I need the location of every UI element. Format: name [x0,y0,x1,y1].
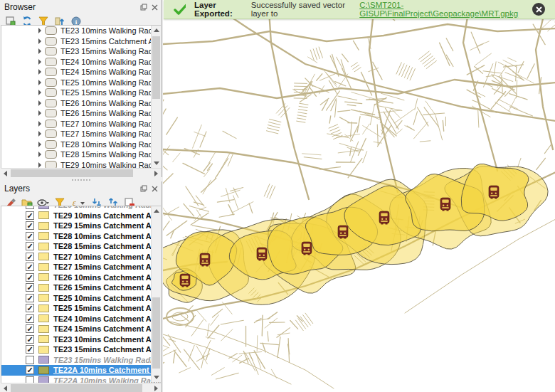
layer-color-swatch [38,211,49,219]
layer-item[interactable]: TE23 15mins Walking Radius [1,355,160,366]
layer-checkbox[interactable]: ✓ [26,304,34,312]
layer-checkbox[interactable]: ✓ [26,242,34,250]
scroll-up-icon[interactable] [152,26,161,35]
layer-color-swatch [38,346,49,354]
browser-item[interactable]: TE28 15mins Walking Radius [1,149,160,160]
browser-item[interactable]: TE24 10mins Walking Radius [1,57,160,68]
scroll-left-icon[interactable] [1,383,10,392]
layers-panel-title: Layers [4,184,137,194]
expand-arrow-icon[interactable] [38,110,41,116]
geopackage-icon [45,47,57,55]
geopackage-icon [45,99,57,107]
layer-checkbox[interactable]: ✓ [26,314,34,323]
browser-item[interactable]: TE26 10mins Walking Radius [1,98,160,109]
browser-item[interactable]: TE23 15mins Walking Radius [1,46,160,57]
geopackage-icon [45,129,57,138]
close-panel-icon[interactable] [150,184,159,193]
expand-arrow-icon[interactable] [38,59,41,65]
basemap [163,0,555,392]
browser-item[interactable]: TE23 15mins Catchment Area [1,36,160,47]
layer-item[interactable]: ✓ TE26 10mins Catchment Area [1,272,160,283]
browser-vscrollbar[interactable] [151,26,161,168]
layers-vscroll-thumb[interactable] [152,297,160,369]
scroll-down-icon[interactable] [152,159,161,168]
geopackage-icon [45,120,57,128]
layer-checkbox[interactable]: ✓ [26,283,34,292]
browser-hscrollbar[interactable] [1,168,161,178]
layer-item[interactable]: ✓ TE25 15mins Catchment Area [1,303,160,314]
layer-item[interactable]: ✓ TE22A 10mins Catchment Area [1,365,160,376]
undock-icon[interactable] [139,184,148,193]
layers-vscrollbar[interactable] [151,206,161,382]
layer-checkbox[interactable]: ✓ [26,294,34,302]
expand-arrow-icon[interactable] [38,28,41,33]
layer-checkbox[interactable] [26,356,34,364]
expand-arrow-icon[interactable] [38,100,41,106]
browser-item[interactable]: TE25 10mins Walking Radius [1,78,160,88]
browser-item[interactable]: TE24 15mins Walking Radius [1,67,160,78]
layers-hscroll-thumb[interactable] [11,384,142,392]
exported-file-link[interactable]: C:\SMT201-GISUP\FinalProject\Geopackage\… [359,1,532,18]
expand-arrow-icon[interactable] [38,121,41,127]
browser-item[interactable]: TE26 15mins Walking Radius [1,108,160,119]
browser-hscroll-thumb[interactable] [11,169,133,177]
layer-item[interactable]: ✓ TE25 10mins Catchment Area [1,293,160,304]
layer-item[interactable]: ✓ TE29 15mins Catchment Area [1,221,160,231]
undock-icon[interactable] [139,3,148,11]
layer-item[interactable]: ✓ TE28 10mins Catchment Area [1,231,160,242]
close-panel-icon[interactable] [150,3,159,11]
layer-checkbox[interactable]: ✓ [26,232,34,240]
layer-item[interactable]: ✓ TE27 15mins Catchment Area [1,262,160,272]
layer-item[interactable]: ✓ TE26 15mins Catchment Area [1,282,160,293]
notification-message: Successfully saved vector layer to [251,1,356,18]
browser-vscroll-thumb[interactable] [152,36,160,99]
map-canvas[interactable]: Layer Exported: Successfully saved vecto… [163,0,555,392]
layer-item[interactable]: ✓ TE29 10mins Catchment Area [1,211,160,221]
qgis-window: Browser i TE23 10mins Walking Radius TE2… [0,0,555,392]
layer-checkbox[interactable]: ✓ [26,366,34,374]
success-check-icon [174,4,186,15]
browser-panel: Browser i TE23 10mins Walking Radius TE2… [0,0,162,177]
left-dock: Browser i TE23 10mins Walking Radius TE2… [0,0,162,392]
layer-checkbox[interactable]: ✓ [26,221,34,230]
expand-arrow-icon[interactable] [38,80,41,85]
scroll-down-icon[interactable] [152,373,161,382]
expand-arrow-icon[interactable] [38,38,41,44]
layers-list: TE29 15mins Walking Radius ✓ TE29 10mins… [1,206,161,384]
browser-item[interactable]: TE27 15mins Walking Radius [1,129,160,139]
expand-arrow-icon[interactable] [38,131,41,137]
expand-arrow-icon[interactable] [38,69,41,75]
expand-arrow-icon[interactable] [38,48,41,54]
browser-item[interactable]: TE25 15mins Walking Radius [1,88,160,98]
layer-item[interactable]: ✓ TE27 10mins Catchment Area [1,252,160,263]
mrt-station-icon [338,226,348,239]
scroll-right-icon[interactable] [152,383,161,392]
browser-item[interactable]: TE23 10mins Walking Radius [1,26,160,36]
layer-checkbox[interactable]: ✓ [26,273,34,282]
layer-item[interactable]: ✓ TE23 10mins Catchment Area [1,334,160,345]
mrt-station-icon [489,186,499,199]
layer-checkbox[interactable]: ✓ [26,335,34,344]
layers-panel: Layers ε TE29 15mins Walking Radius ✓ [0,181,162,392]
close-icon[interactable] [532,3,545,16]
layer-item[interactable]: ✓ TE24 10mins Catchment Area [1,314,160,324]
browser-item[interactable]: TE28 10mins Walking Radius [1,139,160,150]
layer-checkbox[interactable]: ✓ [26,324,34,333]
layer-item[interactable]: ✓ TE23 15mins Catchment Area [1,344,160,355]
browser-item[interactable]: TE27 10mins Walking Radius [1,119,160,129]
expand-arrow-icon[interactable] [38,142,41,147]
expand-arrow-icon[interactable] [38,152,41,157]
layer-checkbox[interactable]: ✓ [26,263,34,271]
scroll-up-icon[interactable] [152,206,161,216]
layer-checkbox[interactable]: ✓ [26,211,34,220]
geopackage-icon [45,140,57,149]
layer-color-swatch [38,366,49,374]
layer-item[interactable]: ✓ TE24 15mins Catchment Area [1,324,160,334]
expand-arrow-icon[interactable] [38,162,41,168]
expand-arrow-icon[interactable] [38,90,41,95]
layer-checkbox[interactable]: ✓ [26,345,34,354]
layers-hscrollbar[interactable] [1,383,161,392]
layer-checkbox[interactable]: ✓ [26,253,34,261]
layer-checkbox[interactable] [26,206,34,209]
layer-item[interactable]: ✓ TE28 15mins Catchment Area [1,241,160,252]
